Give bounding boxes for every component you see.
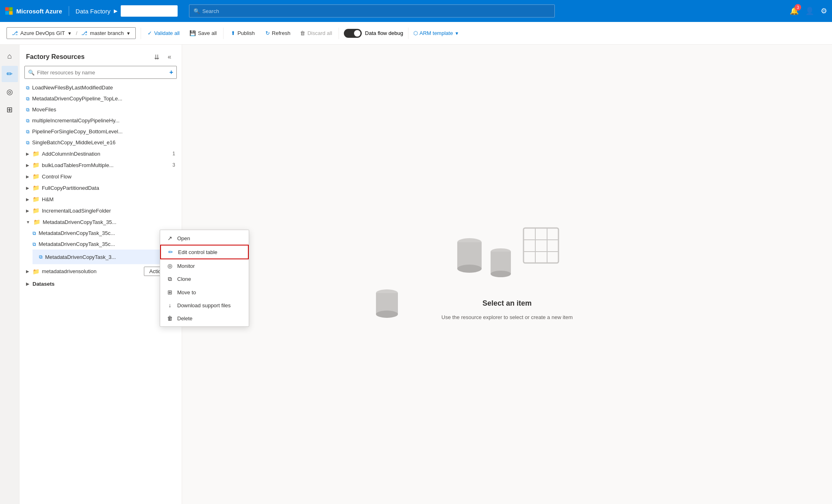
debug-toggle-switch[interactable] [344, 29, 362, 38]
validate-icon: ✓ [148, 30, 152, 36]
svg-point-17 [376, 311, 398, 318]
delete-label: Delete [177, 315, 193, 322]
list-item-active[interactable]: ⧉ MetadataDrivenCopyTask_3... ··· [33, 250, 182, 264]
publish-button[interactable]: ⬆ Publish [225, 28, 261, 39]
select-item-title: Select an item [482, 299, 532, 308]
resource-label: MetadataDrivenCopyTask_35c... [39, 230, 175, 236]
discard-label: Discard all [307, 30, 332, 36]
notification-badge: 3 [795, 4, 801, 11]
context-menu-monitor[interactable]: ◎ Monitor [160, 259, 249, 272]
discard-all-button[interactable]: 🗑 Discard all [295, 28, 337, 39]
sidebar-icon-edit[interactable]: ✏ [2, 66, 18, 82]
context-menu-edit-control-table[interactable]: ✏ Edit control table [160, 245, 249, 259]
resource-label: MetadataDrivenCopyTask_35c... [39, 241, 175, 247]
resource-label: MetadataDrivenCopyTask_35... [43, 219, 175, 225]
download-icon: ↓ [167, 302, 173, 308]
list-item[interactable]: ⧉ multipleIncrementalCopyPipelineHy... [20, 115, 182, 126]
validate-all-button[interactable]: ✓ Validate all [143, 28, 185, 39]
brand-name: Microsoft Azure [16, 8, 62, 15]
collapse-panel-button[interactable]: « [164, 51, 175, 63]
save-all-button[interactable]: 💾 Save all [185, 28, 222, 39]
git-provider-branch[interactable]: ⎇ Azure DevOps GIT ▼ / ⎇ master branch ▼ [7, 27, 136, 39]
toggle-knob [354, 30, 361, 37]
list-item[interactable]: ⧉ MoveFiles [20, 104, 182, 115]
context-menu-move-to[interactable]: ⊞ Move to [160, 286, 249, 299]
resource-label: multipleIncrementalCopyPipelineHy... [32, 117, 175, 124]
publish-label: Publish [237, 30, 255, 36]
context-menu-open[interactable]: ↗ Open [160, 232, 249, 245]
sidebar-icon-monitor[interactable]: ◎ [2, 84, 18, 100]
top-nav-icons: 🔔 3 👤 ⚙ [790, 7, 827, 15]
edit-control-table-label: Edit control table [178, 249, 217, 255]
resource-name-box [121, 5, 178, 17]
context-menu-clone[interactable]: ⧉ Clone [160, 272, 249, 286]
pipeline-icon: ⧉ [26, 118, 30, 124]
pipeline-icon: ⧉ [26, 107, 30, 113]
delete-icon: 🗑 [167, 315, 173, 322]
folder-icon: 📁 [33, 219, 40, 225]
nav-divider [69, 6, 69, 16]
list-item[interactable]: ⧉ SingleBatchCopy_MiddleLevel_e16 [20, 137, 182, 148]
save-icon: 💾 [189, 30, 196, 36]
resource-label: MoveFiles [32, 106, 175, 113]
list-item[interactable]: ▶ 📁 FullCopyPartitionedData [20, 182, 182, 193]
add-resource-icon[interactable]: + [169, 69, 173, 76]
sep3 [339, 28, 339, 39]
debug-toggle[interactable]: Data flow debug [344, 29, 403, 38]
resource-count: 1 [172, 151, 175, 156]
pipeline-icon: ⧉ [39, 254, 43, 260]
filter-search-icon: 🔍 [28, 70, 35, 76]
svg-point-6 [457, 265, 482, 273]
list-item[interactable]: ▶ 📁 H&M [20, 193, 182, 205]
list-item-metadata-folder[interactable]: ▼ 📁 MetadataDrivenCopyTask_35... [20, 216, 182, 228]
context-menu-download[interactable]: ↓ Download support files [160, 299, 249, 312]
filter-search-box[interactable]: 🔍 + [24, 66, 177, 79]
settings-icon[interactable]: ⚙ [821, 7, 827, 15]
branch-label: master branch [90, 30, 124, 36]
arm-template-button[interactable]: ⬡ ARM template ▼ [410, 28, 462, 39]
resources-title: Factory Resources [26, 53, 85, 61]
list-item[interactable]: ⧉ PipelineForSingleCopy_BottomLevel... [20, 126, 182, 137]
folder-icon: 📁 [33, 162, 39, 168]
resources-panel: Factory Resources ⇊ « 🔍 + ⧉ LoadNewFiles… [20, 45, 182, 504]
move-icon: ⊞ [167, 289, 173, 295]
arm-label: ARM template [419, 30, 453, 36]
resource-label: H&M [42, 196, 175, 202]
top-navigation: Microsoft Azure Data Factory ▶ 🔍 Search … [0, 0, 832, 22]
context-menu-delete[interactable]: 🗑 Delete [160, 312, 249, 325]
git-slash: / [76, 30, 78, 36]
list-item-metadatadrivensolution[interactable]: ▶ 📁 metadatadrivensolution Actions [20, 264, 182, 278]
folder-icon: 📁 [33, 173, 39, 180]
list-item[interactable]: ▶ 📁 IncrementalLoadSingleFolder [20, 205, 182, 216]
resources-header: Factory Resources ⇊ « [20, 45, 182, 66]
expand-icon: ▼ [26, 220, 30, 224]
move-to-label: Move to [177, 289, 196, 295]
datasets-header[interactable]: ▶ Datasets 77 [20, 278, 182, 289]
list-item[interactable]: ▶ 📁 bulkLoadTablesFromMultiple... 3 [20, 159, 182, 171]
svg-rect-8 [491, 252, 511, 274]
expand-icon: ▶ [26, 174, 29, 179]
sidebar-icon-toolbox[interactable]: ⊞ [2, 102, 18, 118]
arm-chevron-icon: ▼ [454, 31, 459, 36]
list-item[interactable]: ▶ 📁 AddColumnInDestination 1 [20, 148, 182, 159]
git-chevron-icon: ▼ [67, 31, 72, 36]
list-item-control-flow[interactable]: ▶ 📁 Control Flow [20, 171, 182, 182]
search-bar[interactable]: 🔍 Search [189, 4, 555, 17]
select-item-subtitle: Use the resource explorer to select or c… [441, 314, 573, 320]
publish-icon: ⬆ [231, 30, 235, 36]
list-item[interactable]: ⧉ MetadataDrivenCopyTask_35c... [26, 239, 182, 250]
branch-chevron-icon: ▼ [126, 31, 130, 36]
svg-point-9 [491, 271, 511, 277]
list-item[interactable]: ⧉ MetadataDrivenCopyTask_35c... [26, 228, 182, 239]
list-item[interactable]: ⧉ MetadataDrivenCopyPipeline_TopLe... [20, 93, 182, 104]
collapse-all-button[interactable]: ⇊ [151, 51, 162, 63]
refresh-button[interactable]: ↻ Refresh [261, 28, 295, 39]
sidebar-icon-home[interactable]: ⌂ [2, 48, 18, 64]
clone-label: Clone [177, 276, 191, 282]
list-item[interactable]: ⧉ LoadNewFilesByLastModifiedDate [20, 82, 182, 93]
account-icon[interactable]: 👤 [805, 7, 814, 15]
expand-icon: ▶ [26, 269, 29, 274]
service-name[interactable]: Data Factory [76, 8, 111, 15]
notifications-icon[interactable]: 🔔 3 [790, 7, 799, 15]
filter-input[interactable] [37, 70, 167, 76]
